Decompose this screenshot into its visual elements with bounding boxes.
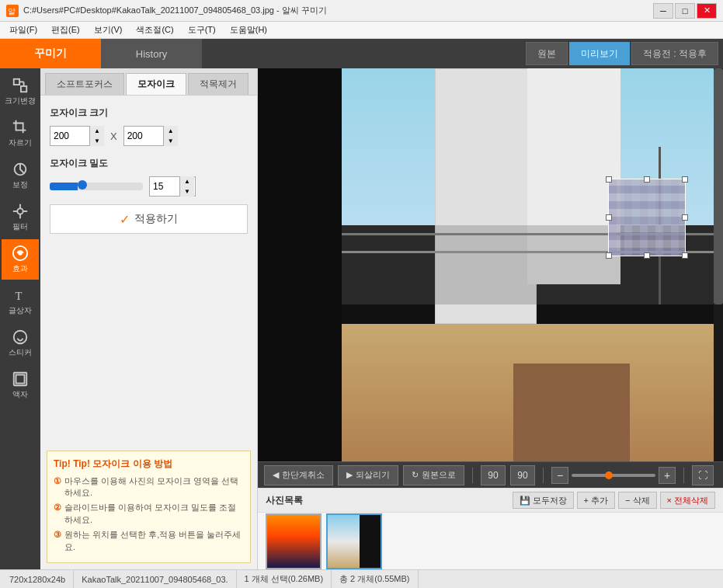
handle-tr[interactable] [682,176,688,183]
status-selection: 1 개체 선택(0.26MB) [237,570,332,588]
tool-text[interactable]: T 글상자 [2,281,39,322]
canvas-wrapper: ◀ 한단계취소 ▶ 되살리기 ↻ 원본으로 90 90 − [258,68,723,569]
svg-point-7 [17,208,23,214]
minimize-button[interactable]: ─ [653,3,673,19]
zoom-handle[interactable] [605,471,613,479]
separator-2 [543,468,544,483]
add-button[interactable]: + 추가 [577,492,615,509]
menu-view[interactable]: 보기(V) [88,23,129,37]
tool-resize-label: 크기변경 [5,96,36,106]
svg-rect-3 [21,86,26,92]
handle-bm[interactable] [644,252,650,259]
handle-tl[interactable] [606,176,612,183]
tool-frame-label: 액자 [12,389,28,400]
mosaic-preview [609,179,685,256]
scrollbar-thumb[interactable] [714,68,723,304]
thumbnail-2[interactable] [326,513,382,569]
height-input-wrap: ▲ ▼ [123,126,178,146]
rotate-right-button[interactable]: 90 [510,465,535,485]
save-all-button[interactable]: 💾 모두저장 [513,492,574,509]
handle-br[interactable] [682,252,688,259]
menu-help[interactable]: 도움말(H) [224,23,273,37]
maximize-button[interactable]: □ [675,3,695,19]
main-layout: 크기변경 자르기 보정 필터 [0,68,723,569]
density-up[interactable]: ▲ [180,176,194,186]
tool-effect[interactable]: 효과 [2,239,39,280]
tool-text-label: 글상자 [9,305,32,316]
menu-edit[interactable]: 편집(E) [45,23,86,37]
tool-sticker[interactable]: 스티커 [2,323,39,364]
handle-mr[interactable] [682,214,688,221]
zoom-minus-button[interactable]: − [551,467,568,484]
tab-history[interactable]: History [101,39,202,68]
tab-decorate[interactable]: 꾸미기 [0,39,101,68]
density-slider-track[interactable] [50,183,143,190]
close-button[interactable]: ✕ [697,3,717,19]
width-up[interactable]: ▲ [90,126,104,136]
svg-point-14 [14,331,27,344]
tip-item-2: ② 슬라이드바를 이용하여 모자이크 밀도를 조절하세요. [54,502,244,526]
selection-box[interactable] [608,179,686,256]
reset-icon: ↻ [412,470,419,480]
height-input[interactable] [124,129,163,143]
delete-button[interactable]: − 삭제 [618,492,656,509]
tool-adjust[interactable]: 보정 [2,155,39,196]
width-input-wrap: ▲ ▼ [50,126,104,146]
zoom-plus-button[interactable]: + [659,467,676,484]
tip-box: Tip! Tip! 모자이크 이용 방법 ① 마우스를 이용해 사진의 모자이크… [47,451,251,563]
density-row: 모자이크 밀도 ▲ ▼ [50,157,248,197]
menu-file[interactable]: 파일(F) [3,23,43,37]
menu-tools[interactable]: 도구(T) [182,23,222,37]
panel-tab-softfocus[interactable]: 소프트포커스 [45,73,124,95]
width-spinners: ▲ ▼ [89,126,104,146]
fullscreen-icon: ⛶ [698,470,707,481]
tab-preview[interactable]: 미리보기 [569,42,630,65]
photo-left-black [258,68,342,461]
tab-compare[interactable]: 적용전 : 적용후 [631,42,718,65]
density-label: 모자이크 밀도 [50,157,248,170]
separator-3 [683,468,684,483]
status-filename: KakaoTalk_20211007_094805468_03. [74,570,236,588]
width-down[interactable]: ▼ [90,136,104,146]
x-separator: X [110,130,117,142]
handle-bl[interactable] [606,252,612,259]
status-bar: 720x1280x24b KakaoTalk_20211007_09480546… [0,569,723,588]
panel-tab-mosaic[interactable]: 모자이크 [126,73,186,95]
undo-button[interactable]: ◀ 한단계취소 [264,465,333,485]
handle-tm[interactable] [644,176,650,183]
svg-rect-16 [16,375,25,384]
width-input[interactable] [50,129,89,143]
rotate-left-button[interactable]: 90 [481,465,506,485]
handle-ml[interactable] [606,214,612,221]
apply-check-icon: ✓ [120,212,130,227]
undo-icon: ◀ [273,470,279,480]
height-down[interactable]: ▼ [164,136,178,146]
status-dimensions: 720x1280x24b [6,570,74,588]
tool-frame[interactable]: 액자 [2,365,39,405]
apply-button[interactable]: ✓ 적용하기 [50,204,248,234]
redo-icon: ▶ [346,470,353,480]
menu-color[interactable]: 색조절(C) [130,23,179,37]
tab-original[interactable]: 원본 [526,42,568,65]
tool-resize[interactable]: 크기변경 [2,71,39,112]
tool-filter[interactable]: 필터 [2,197,39,238]
svg-rect-2 [14,79,19,85]
mosaic-size-label: 모자이크 크기 [50,106,248,120]
redo-button[interactable]: ▶ 되살리기 [338,465,398,485]
density-down[interactable]: ▼ [180,186,194,197]
tip-title-text: Tip! 모자이크 이용 방법 [73,458,172,469]
delete-all-button[interactable]: × 전체삭제 [660,492,715,509]
svg-text:알: 알 [8,7,16,16]
density-input[interactable] [150,179,179,193]
zoom-track[interactable] [572,474,655,477]
apply-label: 적용하기 [134,212,178,226]
window-controls: ─ □ ✕ [653,3,717,19]
tool-crop[interactable]: 자르기 [2,113,39,154]
canvas-scroll-area[interactable] [258,68,723,461]
thumbnail-1[interactable] [266,513,322,569]
panel-tab-redeye[interactable]: 적목제거 [188,73,249,95]
fullscreen-button[interactable]: ⛶ [692,465,714,485]
reset-button[interactable]: ↻ 원본으로 [403,465,464,485]
height-up[interactable]: ▲ [164,126,178,136]
status-total: 총 2 개체(0.55MB) [332,570,418,588]
